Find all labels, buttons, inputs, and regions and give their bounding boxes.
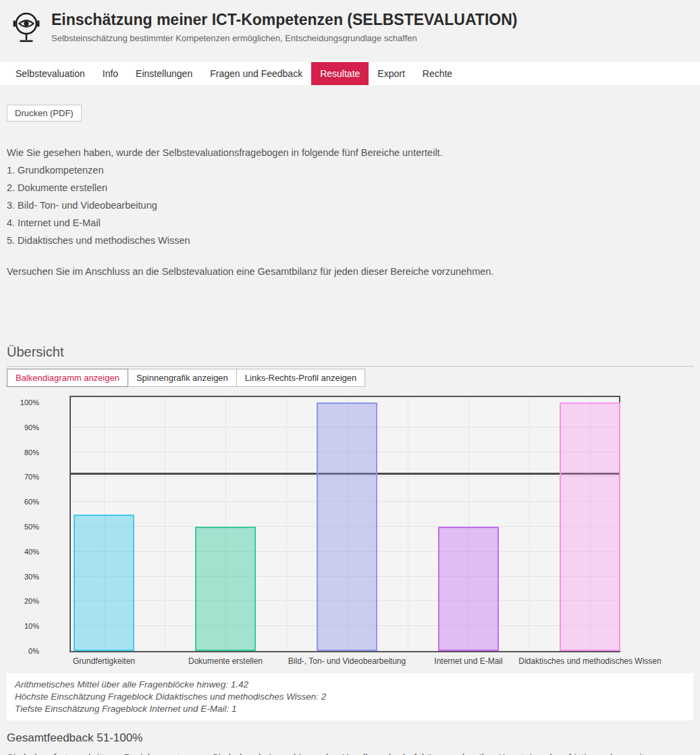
y-axis-tick-70: 70% — [7, 472, 39, 481]
gridline-v-7 — [529, 397, 530, 651]
intro-list-item-3: 3. Bild- Ton- und Videobearbeitung — [7, 199, 693, 212]
y-axis-tick-50: 50% — [7, 522, 39, 531]
y-axis-tick-90: 90% — [7, 423, 39, 432]
app-header: Einschätzung meiner ICT-Kompetenzen (SEL… — [0, 0, 700, 62]
x-axis-label-bild-ton-und-videobearbeitung: Bild-, Ton- und Videobearbeitung — [288, 656, 406, 666]
overview-heading: Übersicht — [7, 344, 693, 367]
feedback-heading: Gesamtfeedback 51-100% — [7, 731, 693, 745]
nav-item-export[interactable]: Export — [369, 62, 413, 85]
bar-didaktisches-und-methodisches-wissen[interactable] — [560, 402, 620, 651]
toggle-balkendiagramm-anzeigen[interactable]: Balkendiagramm anzeigen — [7, 369, 128, 387]
page-title: Einschätzung meiner ICT-Kompetenzen (SEL… — [51, 11, 689, 29]
nav-item-resultate[interactable]: Resultate — [311, 62, 369, 85]
nav-item-einstellungen[interactable]: Einstellungen — [127, 62, 201, 85]
webcam-eye-icon — [11, 9, 42, 49]
intro-list-item-2: 2. Dokumente erstellen — [7, 181, 693, 194]
chart-plot-area — [70, 396, 620, 652]
intro-list-item-4: 4. Internet und E-Mail — [7, 216, 693, 230]
stats-line-2: Höchste Einschätzung Frageblock Didaktis… — [15, 691, 685, 703]
toggle-spinnengrafik-anzeigen[interactable]: Spinnengrafik anzeigen — [128, 369, 237, 387]
intro-list: 1. Grundkompetenzen2. Dokumente erstelle… — [7, 163, 693, 247]
gridline-v-5 — [408, 397, 408, 651]
y-axis-tick-80: 80% — [7, 448, 39, 457]
stats-line-1: Arithmetisches Mittel über alle Fragenbl… — [15, 679, 685, 691]
y-axis-tick-30: 30% — [7, 572, 39, 581]
x-axis-label-dokumente-erstellen: Dokumente erstellen — [188, 656, 263, 666]
y-axis-tick-20: 20% — [7, 596, 39, 606]
y-axis-tick-100: 100% — [7, 398, 39, 407]
y-axis-tick-10: 10% — [7, 621, 39, 631]
gridline-v-1 — [165, 397, 165, 651]
bar-dokumente-erstellen[interactable] — [195, 527, 256, 651]
print-pdf-button[interactable]: Drucken (PDF) — [7, 105, 82, 122]
nav-item-info[interactable]: Info — [94, 62, 127, 85]
intro-list-item-1: 1. Grundkompetenzen — [7, 163, 693, 177]
y-axis-tick-60: 60% — [7, 497, 39, 506]
main-nav: SelbstevaluationInfoEinstellungenFragen … — [0, 62, 700, 85]
x-axis-label-didaktisches-und-methodisches-wissen: Didaktisches und methodisches Wissen — [518, 656, 661, 666]
feedback-text: Sie haben fortgeschrittene Basiskompeten… — [7, 752, 693, 755]
toggle-links-rechts-profil-anzeigen[interactable]: Links-Rechts-Profil anzeigen — [236, 369, 365, 387]
nav-item-selbstevaluation[interactable]: Selbstevaluation — [7, 62, 94, 85]
page-content: Drucken (PDF) Wie Sie gesehen haben, wur… — [0, 85, 700, 755]
gridline-v-3 — [286, 397, 287, 651]
bar-bild-ton-und-videobearbeitung[interactable] — [317, 402, 377, 651]
intro-lead: Wie Sie gesehen haben, wurde der Selbste… — [7, 146, 693, 159]
stats-line-3: Tiefste Einschätzung Frageblock Internet… — [15, 703, 685, 715]
y-axis-tick-0: 0% — [7, 646, 39, 656]
nav-item-fragen-und-feedback[interactable]: Fragen und Feedback — [201, 62, 311, 85]
bar-grundfertigkeiten[interactable] — [74, 515, 134, 651]
x-axis-label-grundfertigkeiten: Grundfertigkeiten — [73, 656, 135, 666]
chart-view-toggles: Balkendiagramm anzeigenSpinnengrafik anz… — [7, 369, 693, 387]
x-axis-label-internet-und-e-mail: Internet und E-Mail — [434, 656, 502, 666]
chart-stats-box: Arithmetisches Mittel über alle Fragenbl… — [7, 673, 693, 721]
header-titles: Einschätzung meiner ICT-Kompetenzen (SEL… — [51, 8, 689, 43]
intro-text: Wie Sie gesehen haben, wurde der Selbste… — [7, 146, 693, 278]
bar-chart: 0%10%20%30%40%50%60%70%80%90%100%Grundfe… — [7, 396, 693, 669]
page-subtitle: Selbsteinschätzung bestimmter Kompetenze… — [51, 33, 689, 43]
y-axis-tick-40: 40% — [7, 547, 39, 556]
nav-item-rechte[interactable]: Rechte — [414, 62, 461, 85]
intro-closing: Versuchen Sie im Anschluss an die Selbst… — [7, 265, 693, 278]
bar-internet-und-e-mail[interactable] — [438, 527, 499, 651]
intro-list-item-5: 5. Didaktisches und methodisches Wissen — [7, 234, 693, 247]
